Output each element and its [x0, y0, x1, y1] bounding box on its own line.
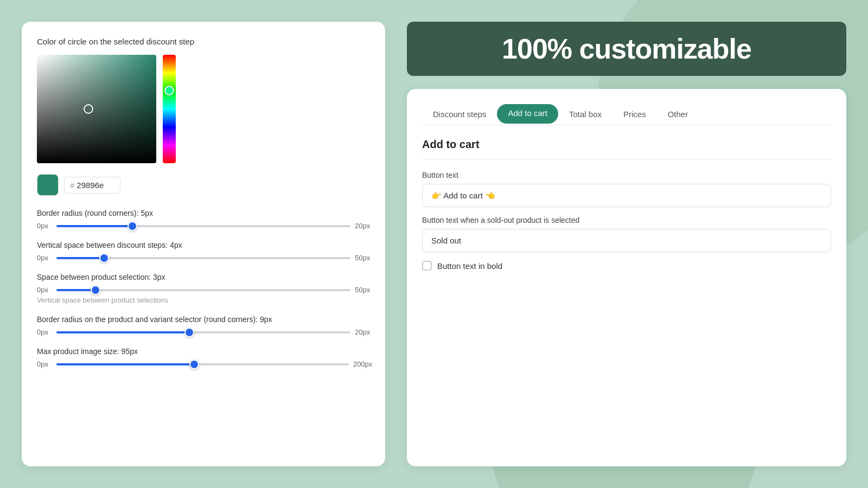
slider-max-image-size-min: 0px	[37, 360, 52, 368]
slider-vertical-space-max: 50px	[355, 254, 370, 262]
color-picker-area	[37, 55, 370, 163]
tab-total-box[interactable]: Total box	[558, 104, 612, 125]
button-text-input[interactable]	[422, 184, 831, 207]
sold-out-text-label: Button text when a sold-out product is s…	[422, 216, 831, 224]
gradient-cursor	[84, 104, 93, 114]
slider-max-image-size-max: 200px	[353, 360, 370, 368]
checkbox-label: Button text in bold	[437, 261, 502, 271]
slider-product-selection-min: 0px	[37, 286, 52, 294]
hex-input[interactable]	[76, 181, 114, 190]
slider-border-radius-selector: Border radius on the product and variant…	[37, 315, 370, 336]
slider-product-selection-input[interactable]	[56, 289, 350, 291]
tab-add-to-cart[interactable]: Add to cart	[497, 104, 558, 124]
button-text-label: Button text	[422, 171, 831, 179]
slider-vertical-space-wrap: 0px 50px	[37, 254, 370, 262]
settings-card: Discount steps Add to cart Total box Pri…	[407, 89, 846, 466]
slider-border-radius-selector-label: Border radius on the product and variant…	[37, 315, 370, 324]
slider-border-radius: Border radius (round corners): 5px 0px 2…	[37, 209, 370, 230]
left-panel: Color of circle on the selected discount…	[22, 22, 385, 466]
slider-vertical-space: Vertical space between discount steps: 4…	[37, 241, 370, 262]
panel-title: Color of circle on the selected discount…	[37, 37, 370, 46]
right-panel: 100% customizable Discount steps Add to …	[407, 22, 846, 466]
slider-border-radius-min: 0px	[37, 222, 52, 230]
slider-border-radius-label: Border radius (round corners): 5px	[37, 209, 370, 217]
tabs-row: Discount steps Add to cart Total box Pri…	[422, 104, 831, 125]
color-hex-row: #	[37, 174, 370, 196]
color-swatch[interactable]	[37, 174, 59, 196]
hex-hash: #	[70, 181, 74, 190]
tab-other[interactable]: Other	[657, 104, 699, 125]
slider-product-selection-hint: Vertical space between product selection…	[37, 296, 370, 304]
slider-product-selection-wrap: 0px 50px	[37, 286, 370, 294]
slider-max-image-size-label: Max product image size: 95px	[37, 347, 370, 356]
checkbox-row: Button text in bold	[422, 261, 831, 271]
slider-max-image-size: Max product image size: 95px 0px 200px	[37, 347, 370, 368]
slider-border-radius-wrap: 0px 20px	[37, 222, 370, 230]
slider-border-radius-selector-min: 0px	[37, 328, 52, 336]
tab-prices[interactable]: Prices	[612, 104, 657, 125]
divider	[422, 159, 831, 160]
slider-vertical-space-min: 0px	[37, 254, 52, 262]
slider-vertical-space-label: Vertical space between discount steps: 4…	[37, 241, 370, 249]
slider-border-radius-max: 20px	[355, 222, 370, 230]
slider-product-selection-max: 50px	[355, 286, 370, 294]
slider-border-radius-selector-max: 20px	[355, 328, 370, 336]
button-bold-checkbox[interactable]	[422, 261, 432, 271]
slider-border-radius-selector-input[interactable]	[56, 331, 350, 333]
section-title: Add to cart	[422, 138, 831, 151]
slider-max-image-size-input[interactable]	[56, 363, 349, 365]
hex-input-wrap: #	[64, 177, 120, 194]
slider-border-radius-selector-wrap: 0px 20px	[37, 328, 370, 336]
color-hue-bar[interactable]	[163, 55, 176, 163]
sold-out-text-input[interactable]	[422, 229, 831, 252]
tab-discount-steps[interactable]: Discount steps	[422, 104, 497, 125]
slider-product-selection: Space between product selection: 3px 0px…	[37, 273, 370, 304]
slider-border-radius-input[interactable]	[56, 225, 350, 227]
hue-cursor	[164, 86, 174, 95]
slider-product-selection-label: Space between product selection: 3px	[37, 273, 370, 281]
slider-vertical-space-input[interactable]	[56, 257, 350, 259]
color-gradient-picker[interactable]	[37, 55, 156, 163]
hero-banner: 100% customizable	[407, 22, 846, 76]
slider-max-image-size-wrap: 0px 200px	[37, 360, 370, 368]
main-layout: Color of circle on the selected discount…	[0, 0, 868, 488]
hero-text: 100% customizable	[502, 33, 751, 65]
